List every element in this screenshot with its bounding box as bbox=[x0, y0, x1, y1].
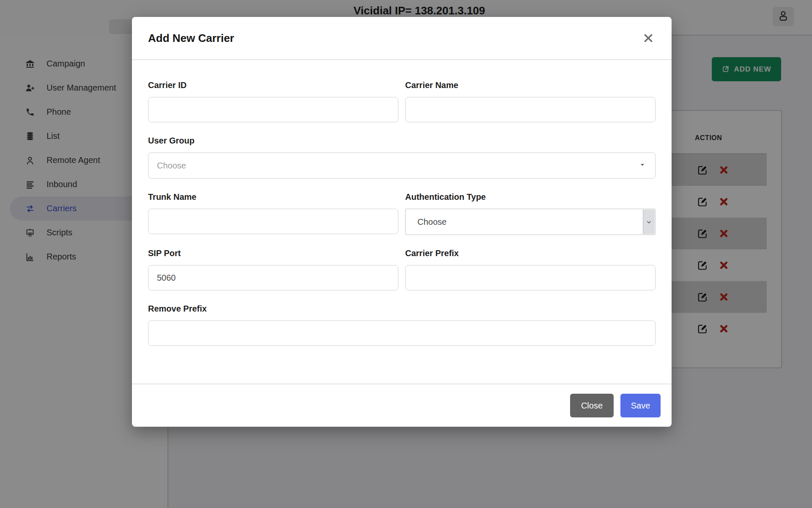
save-button[interactable]: Save bbox=[620, 394, 661, 417]
authentication-type-value: Choose bbox=[417, 217, 447, 227]
user-group-label: User Group bbox=[148, 136, 656, 146]
modal-close-button[interactable] bbox=[641, 31, 656, 45]
sip-port-input[interactable] bbox=[148, 265, 398, 290]
trunk-name-label: Trunk Name bbox=[148, 192, 398, 202]
close-icon bbox=[643, 33, 654, 44]
authentication-type-label: Authentication Type bbox=[405, 192, 656, 202]
user-group-select[interactable]: Choose bbox=[148, 152, 656, 179]
authentication-type-select[interactable]: Choose bbox=[405, 209, 656, 235]
modal-body: Carrier ID Carrier Name User Group Choos… bbox=[132, 80, 672, 346]
carrier-prefix-input[interactable] bbox=[405, 265, 656, 290]
modal-title: Add New Carrier bbox=[148, 32, 234, 45]
remove-prefix-input[interactable] bbox=[148, 320, 656, 346]
trunk-name-input[interactable] bbox=[148, 209, 398, 234]
remove-prefix-label: Remove Prefix bbox=[148, 304, 656, 314]
select-arrow-strip bbox=[643, 210, 655, 234]
carrier-id-label: Carrier ID bbox=[148, 80, 398, 90]
app-root: Vicidial IP= 138.201.3.109 Campaign User… bbox=[0, 0, 812, 508]
carrier-prefix-label: Carrier Prefix bbox=[405, 248, 656, 258]
carrier-name-input[interactable] bbox=[405, 97, 656, 122]
carrier-id-input[interactable] bbox=[148, 97, 398, 122]
chevron-down-icon bbox=[639, 161, 646, 170]
carrier-name-label: Carrier Name bbox=[405, 80, 656, 90]
user-group-placeholder: Choose bbox=[157, 161, 186, 171]
add-new-carrier-modal: Add New Carrier Carrier ID Carrier Name bbox=[132, 17, 672, 427]
modal-header: Add New Carrier bbox=[132, 17, 672, 60]
close-button[interactable]: Close bbox=[570, 394, 614, 417]
modal-footer: Close Save bbox=[132, 384, 672, 427]
sip-port-label: SIP Port bbox=[148, 248, 398, 258]
